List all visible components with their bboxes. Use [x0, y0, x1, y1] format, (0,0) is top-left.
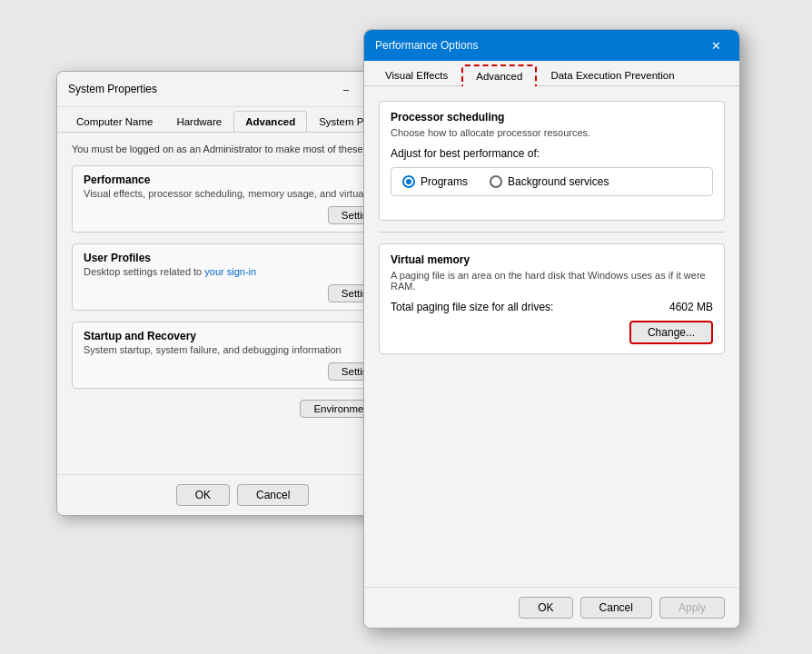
perf-titlebar: Performance Options ✕: [364, 30, 739, 61]
radio-programs-label: Programs: [421, 175, 468, 188]
perf-tabs: Visual Effects Advanced Data Execution P…: [364, 61, 739, 86]
radio-programs[interactable]: Programs: [402, 175, 468, 188]
radio-background-label: Background services: [508, 175, 609, 188]
tab-hardware[interactable]: Hardware: [164, 111, 233, 132]
perf-content: Processor scheduling Choose how to alloc…: [364, 86, 739, 587]
system-props-title: System Properties: [68, 83, 157, 95]
vm-total-label: Total paging file size for all drives:: [391, 301, 553, 313]
vm-title: Virtual memory: [391, 253, 713, 266]
startup-recovery-desc: System startup, system failure, and debu…: [84, 344, 401, 355]
minimize-button[interactable]: –: [333, 79, 359, 99]
tab-visual-effects[interactable]: Visual Effects: [371, 64, 461, 85]
perf-apply-button[interactable]: Apply: [659, 597, 725, 619]
performance-section: Performance Visual effects, processor sc…: [72, 165, 413, 233]
performance-title: Performance: [84, 173, 401, 186]
virtual-memory-box: Virtual memory A paging file is an area …: [379, 243, 725, 354]
admin-notice: You must be logged on as an Administrato…: [72, 144, 413, 154]
tab-advanced[interactable]: Advanced: [233, 111, 307, 133]
system-props-ok-button[interactable]: OK: [176, 484, 230, 506]
user-profiles-desc: Desktop settings related to your sign-in: [84, 266, 401, 277]
user-profiles-section: User Profiles Desktop settings related t…: [72, 243, 413, 311]
proc-scheduling-subtitle: Adjust for best performance of:: [391, 147, 713, 160]
perf-divider: [379, 232, 725, 233]
radio-background[interactable]: Background services: [490, 175, 609, 188]
perf-footer: OK Cancel Apply: [364, 587, 739, 628]
env-vars-row: Environment Va...: [72, 400, 413, 418]
proc-scheduling-desc: Choose how to allocate processor resourc…: [391, 127, 713, 138]
perf-close-button[interactable]: ✕: [703, 35, 728, 55]
tab-dep[interactable]: Data Execution Prevention: [537, 64, 688, 85]
tab-advanced-perf[interactable]: Advanced: [461, 64, 537, 86]
radio-background-circle: [490, 175, 502, 188]
user-profiles-title: User Profiles: [84, 252, 401, 264]
processor-scheduling-box: Processor scheduling Choose how to alloc…: [379, 101, 725, 221]
tab-computer-name[interactable]: Computer Name: [64, 111, 164, 132]
perf-title: Performance Options: [375, 39, 478, 52]
change-btn-wrapper: Change...: [391, 321, 713, 344]
vm-total-value: 4602 MB: [669, 301, 713, 313]
change-button[interactable]: Change...: [629, 321, 713, 344]
system-props-cancel-button[interactable]: Cancel: [237, 484, 309, 506]
performance-desc: Visual effects, processor scheduling, me…: [84, 188, 401, 199]
vm-desc: A paging file is an area on the hard dis…: [391, 270, 713, 292]
startup-recovery-title: Startup and Recovery: [84, 330, 401, 342]
radio-programs-circle: [402, 175, 415, 188]
proc-scheduling-title: Processor scheduling: [391, 111, 713, 124]
vm-info-row: Total paging file size for all drives: 4…: [391, 301, 713, 313]
sign-in-link[interactable]: your sign-in: [204, 266, 256, 277]
startup-recovery-section: Startup and Recovery System startup, sys…: [72, 322, 413, 389]
perf-ok-button[interactable]: OK: [519, 597, 572, 619]
radio-group-programs: Programs Background services: [391, 167, 713, 196]
perf-cancel-button[interactable]: Cancel: [580, 597, 652, 619]
performance-options-window: Performance Options ✕ Visual Effects Adv…: [363, 29, 740, 629]
